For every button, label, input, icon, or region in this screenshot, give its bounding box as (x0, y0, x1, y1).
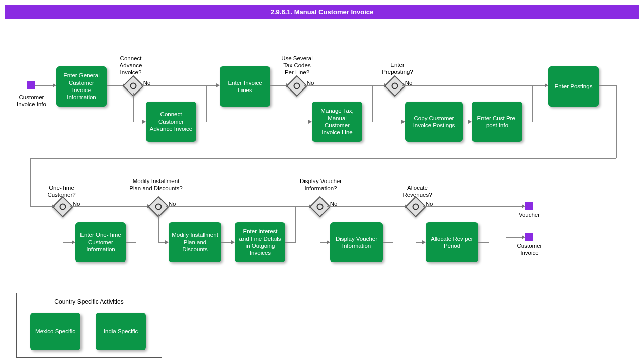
activity-enter-prepost-info: Enter Cust Pre-post Info (472, 102, 522, 142)
gateway-preposting-label: Enter Preposting? (377, 62, 418, 76)
end-event-customer-invoice (525, 233, 533, 241)
gateway-connect-advance-label: Connect Advance Invoice? (113, 55, 148, 76)
end-event-voucher-label: Voucher (514, 212, 544, 219)
group-title: Country Specific Activities (17, 293, 162, 305)
activity-enter-postings: Enter Postings (548, 66, 599, 107)
activity-display-voucher: Display Voucher Information (330, 222, 383, 262)
activity-enter-invoice-lines: Enter Invoice Lines (220, 66, 270, 107)
activity-connect-advance-invoice: Connect Customer Advance Invoice (146, 102, 196, 142)
activity-enter-general-invoice-info: Enter General Customer Invoice Informati… (56, 66, 107, 107)
activity-enter-interest-fine: Enter Interest and Fine Details in Outgo… (235, 222, 285, 262)
bpmn-canvas: Customer Invoice Info Enter General Cust… (0, 19, 644, 350)
activity-manage-tax: Manage Tax, Manual Customer Invoice Line (312, 102, 362, 142)
start-event-label: Customer Invoice Info (13, 94, 50, 108)
gateway-tax-codes-label: Use Several Tax Codes Per Line? (278, 55, 316, 76)
activity-india-specific: India Specific (96, 313, 146, 350)
activity-mexico-specific: Mexico Specific (30, 313, 80, 350)
gateway-allocate-rev-label: Allocate Revenues? (398, 185, 436, 199)
end-event-customer-invoice-label: Customer Invoice (513, 243, 546, 257)
end-event-voucher (525, 202, 533, 210)
activity-allocate-rev: Allocate Rev per Period (426, 222, 478, 262)
gateway-modify-installment-label: Modify Installment Plan and Discounts? (128, 178, 184, 192)
activity-copy-postings: Copy Customer Invoice Postings (405, 102, 463, 142)
start-event (27, 81, 35, 89)
gateway-display-voucher-label: Display Voucher Information? (299, 178, 342, 192)
activity-enter-onetime-customer: Enter One-Time Customer Information (75, 222, 126, 262)
activity-modify-installment: Modify Installment Plan and Discounts (169, 222, 221, 262)
page-title: 2.9.6.1. Manual Customer Invoice (5, 5, 639, 19)
